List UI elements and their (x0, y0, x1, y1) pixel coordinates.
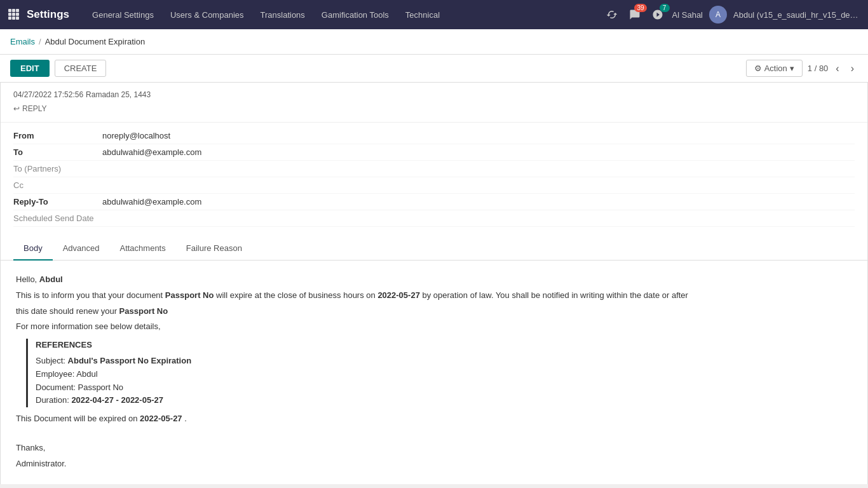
email-body-content: Hello, Abdul This is to inform you that … (1, 261, 867, 484)
grid-icon[interactable] (8, 8, 19, 22)
user-label[interactable]: Abdul (v15_e_saudi_hr_v15_demo_07_04_202… (733, 10, 860, 20)
to-field: To abdulwahid@example.com (13, 144, 855, 161)
action-button[interactable]: ⚙ Action ▾ (746, 60, 803, 77)
svg-rect-7 (12, 17, 15, 20)
svg-rect-1 (12, 9, 15, 12)
to-partners-label: To (Partners) (13, 164, 102, 173)
breadcrumb-parent[interactable]: Emails (10, 37, 35, 46)
activities-icon-btn[interactable]: 7 (649, 6, 666, 23)
nav-gamification[interactable]: Gamification Tools (314, 0, 397, 29)
company-name[interactable]: Al Sahal (672, 10, 703, 20)
pager-next[interactable]: › (847, 62, 858, 76)
svg-rect-8 (16, 17, 19, 20)
nav-translations[interactable]: Translations (253, 0, 313, 29)
email-detail: 04/27/2022 17:52:56Ramadan 25, 1443 ↩ RE… (0, 83, 868, 484)
scheduled-field: Scheduled Send Date (13, 210, 855, 227)
tab-body[interactable]: Body (13, 237, 53, 261)
ref-subject: Subject: Abdul's Passport No Expiration (36, 355, 852, 368)
to-partners-field: To (Partners) (13, 161, 855, 177)
edit-button[interactable]: EDIT (10, 60, 50, 77)
references-title: REFERENCES (36, 339, 852, 352)
email-timestamp: 04/27/2022 17:52:56Ramadan 25, 1443 (13, 90, 855, 99)
greeting-text: Hello, (16, 274, 39, 284)
gear-icon: ⚙ (754, 64, 762, 73)
cc-field: Cc (13, 177, 855, 194)
ref-duration: Duration: 2022-04-27 - 2022-05-27 (36, 394, 852, 407)
svg-rect-6 (8, 17, 11, 20)
svg-rect-3 (8, 13, 11, 16)
tab-advanced[interactable]: Advanced (53, 237, 110, 261)
svg-rect-5 (16, 13, 19, 16)
reply-button[interactable]: ↩ REPLY (13, 103, 46, 114)
body-line2: this date should renew your Passport No (16, 305, 852, 318)
references-block: REFERENCES Subject: Abdul's Passport No … (26, 339, 852, 407)
user-avatar[interactable]: A (709, 6, 727, 24)
email-header: 04/27/2022 17:52:56Ramadan 25, 1443 ↩ RE… (1, 83, 867, 123)
main-scroll[interactable]: 04/27/2022 17:52:56Ramadan 25, 1443 ↩ RE… (0, 83, 868, 484)
svg-rect-0 (8, 9, 11, 12)
scheduled-label: Scheduled Send Date (13, 214, 102, 223)
messages-icon-btn[interactable]: 39 (627, 6, 643, 23)
nav-users-companies[interactable]: Users & Companies (163, 0, 252, 29)
topnav-right: 39 7 Al Sahal A Abdul (v15_e_saudi_hr_v1… (604, 6, 860, 24)
topnav-menu: General Settings Users & Companies Trans… (85, 0, 601, 29)
ref-employee: Employee: Abdul (36, 368, 852, 381)
ref-document: Document: Passport No (36, 381, 852, 395)
tab-failure-reason[interactable]: Failure Reason (176, 237, 252, 261)
pager: 1 / 80 ‹ › (808, 62, 858, 76)
create-button[interactable]: CREATE (55, 60, 107, 77)
thanks-line: Thanks, (16, 442, 852, 455)
reply-icon: ↩ (13, 104, 20, 113)
cc-label: Cc (13, 180, 102, 190)
pager-text: 1 / 80 (808, 64, 829, 73)
svg-rect-4 (12, 13, 15, 16)
reply-to-field: Reply-To abdulwahid@example.com (13, 194, 855, 210)
reply-to-value: abdulwahid@example.com (102, 197, 855, 207)
reply-label: REPLY (22, 104, 46, 113)
tabs-bar: Body Advanced Attachments Failure Reason (1, 237, 867, 261)
activities-badge: 7 (660, 4, 670, 12)
breadcrumb: Emails / Abdul Document Expiration (0, 29, 868, 55)
from-label: From (13, 131, 102, 140)
signature-line: Administrator. (16, 458, 852, 471)
tab-attachments[interactable]: Attachments (109, 237, 175, 261)
from-field: From noreply@localhost (13, 128, 855, 144)
email-fields: From noreply@localhost To abdulwahid@exa… (1, 123, 867, 232)
toolbar: EDIT CREATE ⚙ Action ▾ 1 / 80 ‹ › (0, 55, 868, 83)
breadcrumb-separator: / (39, 37, 41, 46)
greeting-name: Abdul (39, 274, 63, 284)
bug-icon-btn[interactable] (604, 6, 620, 23)
app-title: Settings (27, 8, 69, 21)
to-label: To (13, 147, 102, 157)
breadcrumb-current: Abdul Document Expiration (45, 37, 146, 46)
to-value: abdulwahid@example.com (102, 147, 855, 157)
topnav: Settings General Settings Users & Compan… (0, 0, 868, 29)
reply-to-label: Reply-To (13, 197, 102, 207)
svg-rect-2 (16, 9, 19, 12)
nav-general-settings[interactable]: General Settings (85, 0, 161, 29)
greeting-line: Hello, Abdul (16, 273, 852, 287)
body-line3: For more information see below details, (16, 320, 852, 334)
body-line1: This is to inform you that your document… (16, 289, 852, 302)
nav-technical[interactable]: Technical (398, 0, 447, 29)
pager-prev[interactable]: ‹ (832, 62, 843, 76)
messages-badge: 39 (634, 4, 646, 12)
action-chevron: ▾ (790, 64, 794, 73)
from-value: noreply@localhost (102, 131, 855, 140)
action-label: Action (764, 64, 787, 73)
expiry-line: This Document will be expired on 2022-05… (16, 412, 852, 426)
